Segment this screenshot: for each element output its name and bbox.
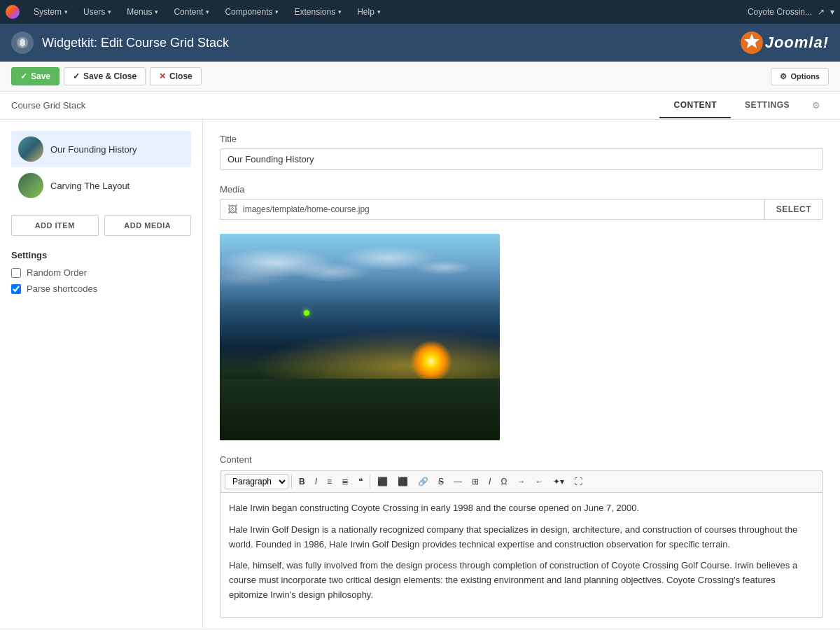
toolbar: ✓ Save ✓ Save & Close ✕ Close ⚙ Options — [0, 62, 840, 92]
parse-shortcodes-label: Parse shortcodes — [27, 284, 97, 294]
main-content: Our Founding History Carving The Layout … — [0, 120, 840, 628]
align-left-button[interactable]: ⬛ — [373, 475, 392, 489]
paragraph-select[interactable]: Paragraph Heading 1 Heading 2 Heading 3 — [225, 474, 288, 489]
title-field-group: Title — [220, 134, 823, 170]
site-link[interactable]: Coyote Crossin... — [748, 7, 812, 17]
outdent-button[interactable]: ← — [531, 475, 547, 489]
action-buttons: ADD ITEM ADD MEDIA — [11, 215, 191, 236]
toolbar-divider — [291, 475, 292, 488]
caret-icon: ▾ — [155, 8, 158, 15]
link-button[interactable]: 🔗 — [414, 475, 433, 489]
random-order-checkbox[interactable] — [11, 268, 21, 278]
save-close-check-icon: ✓ — [73, 71, 80, 81]
joomla-logo: Joomla! — [738, 30, 829, 55]
breadcrumb: Course Grid Stack — [11, 92, 659, 119]
close-x-icon: ✕ — [159, 71, 166, 81]
settings-title: Settings — [11, 250, 191, 260]
save-check-icon: ✓ — [20, 71, 27, 81]
title-input[interactable] — [220, 148, 823, 170]
nav-item-menus[interactable]: Menus ▾ — [120, 4, 165, 20]
sun-glow-decoration — [410, 340, 452, 382]
italic2-button[interactable]: I — [484, 475, 495, 489]
nav-item-content[interactable]: Content ▾ — [167, 4, 216, 20]
content-editor-section: Content Paragraph Heading 1 Heading 2 He… — [220, 454, 823, 618]
table-button[interactable]: ⊞ — [468, 475, 483, 489]
image-preview — [220, 234, 500, 440]
random-order-row[interactable]: Random Order — [11, 267, 191, 278]
indent-button[interactable]: → — [512, 475, 529, 489]
nav-menu: System ▾ Users ▾ Menus ▾ Content ▾ Compo… — [27, 4, 748, 20]
top-navigation: System ▾ Users ▾ Menus ▾ Content ▾ Compo… — [0, 0, 840, 24]
tab-settings[interactable]: SETTINGS — [731, 93, 804, 118]
media-path: images/template/home-course.jpg — [243, 204, 370, 214]
settings-gear-icon[interactable]: ⚙ — [804, 93, 829, 118]
item-thumbnail-founding — [18, 136, 43, 162]
save-button[interactable]: ✓ Save — [11, 67, 59, 85]
editor-toolbar: Paragraph Heading 1 Heading 2 Heading 3 … — [220, 470, 823, 492]
more-button[interactable]: ✦▾ — [549, 475, 568, 489]
nav-item-help[interactable]: Help ▾ — [350, 4, 388, 20]
caret-icon: ▾ — [338, 8, 342, 15]
nav-item-system[interactable]: System ▾ — [27, 4, 75, 20]
ground-decoration — [220, 379, 500, 441]
user-icon[interactable]: ▾ — [830, 7, 834, 17]
caret-icon: ▾ — [64, 8, 68, 15]
item-thumbnail-carving — [18, 173, 43, 198]
close-button[interactable]: ✕ Close — [150, 67, 202, 85]
caret-icon: ▾ — [108, 8, 111, 15]
media-label: Media — [220, 184, 823, 195]
align-center-button[interactable]: ⬛ — [393, 475, 412, 489]
nav-item-extensions[interactable]: Extensions ▾ — [287, 4, 349, 20]
header-bar: Widgetkit: Edit Course Grid Stack Joomla… — [0, 24, 840, 62]
strikethrough-button[interactable]: S — [434, 475, 448, 489]
add-item-button[interactable]: ADD ITEM — [11, 215, 99, 236]
ordered-list-button[interactable]: ≣ — [337, 475, 353, 489]
media-row: 🖼 images/template/home-course.jpg SELECT — [220, 199, 823, 220]
special-char-button[interactable]: Ω — [496, 475, 511, 489]
caret-icon: ▾ — [275, 8, 279, 15]
italic-button[interactable]: I — [311, 475, 321, 489]
nav-item-components[interactable]: Components ▾ — [218, 4, 286, 20]
sun-beam-decoration — [220, 300, 500, 382]
select-media-button[interactable]: SELECT — [764, 199, 823, 220]
right-panel: Title Media 🖼 images/template/home-cours… — [203, 120, 840, 628]
media-field-group: Media 🖼 images/template/home-course.jpg … — [220, 184, 823, 220]
joomla-wordmark: Joomla! — [765, 34, 829, 52]
hr-button[interactable]: — — [449, 475, 466, 489]
unordered-list-button[interactable]: ≡ — [323, 475, 336, 489]
tab-content[interactable]: CONTENT — [659, 93, 731, 118]
content-paragraph-1: Hale Irwin began constructing Coyote Cro… — [229, 501, 814, 516]
add-media-button[interactable]: ADD MEDIA — [104, 215, 192, 236]
parse-shortcodes-row[interactable]: Parse shortcodes — [11, 284, 191, 294]
editor-content[interactable]: Hale Irwin began constructing Coyote Cro… — [220, 492, 823, 618]
list-item-founding[interactable]: Our Founding History — [11, 131, 191, 167]
content-tabs-bar: Course Grid Stack CONTENT SETTINGS ⚙ — [0, 92, 840, 120]
content-paragraph-3: Hale, himself, was fully involved from t… — [229, 559, 814, 602]
item-label-founding: Our Founding History — [50, 144, 137, 155]
left-panel: Our Founding History Carving The Layout … — [0, 120, 203, 628]
caret-icon: ▾ — [206, 8, 209, 15]
caret-icon: ▾ — [377, 8, 381, 15]
gear-icon: ⚙ — [780, 72, 787, 81]
nav-item-users[interactable]: Users ▾ — [76, 4, 118, 20]
media-input-wrap: 🖼 images/template/home-course.jpg — [220, 199, 764, 220]
bold-button[interactable]: B — [295, 475, 309, 489]
random-order-label: Random Order — [27, 267, 87, 278]
content-label: Content — [220, 454, 823, 465]
page-title: Widgetkit: Edit Course Grid Stack — [42, 36, 738, 50]
item-list: Our Founding History Carving The Layout — [11, 131, 191, 204]
list-item-carving[interactable]: Carving The Layout — [11, 167, 191, 204]
save-close-button[interactable]: ✓ Save & Close — [64, 67, 146, 85]
toolbar-divider-2 — [370, 475, 370, 488]
options-button[interactable]: ⚙ Options — [771, 68, 829, 85]
parse-shortcodes-checkbox[interactable] — [11, 284, 21, 294]
content-paragraph-2: Hale Irwin Golf Design is a nationally r… — [229, 523, 814, 552]
blockquote-button[interactable]: ❝ — [354, 475, 367, 489]
tab-links: CONTENT SETTINGS ⚙ — [659, 93, 829, 118]
settings-section: Settings Random Order Parse shortcodes — [11, 250, 191, 294]
fullscreen-button[interactable]: ⛶ — [570, 475, 587, 489]
widgetkit-icon — [11, 31, 34, 54]
item-label-carving: Carving The Layout — [50, 181, 130, 191]
joomla-small-logo — [6, 5, 20, 19]
external-link-icon: ↗ — [818, 7, 825, 17]
